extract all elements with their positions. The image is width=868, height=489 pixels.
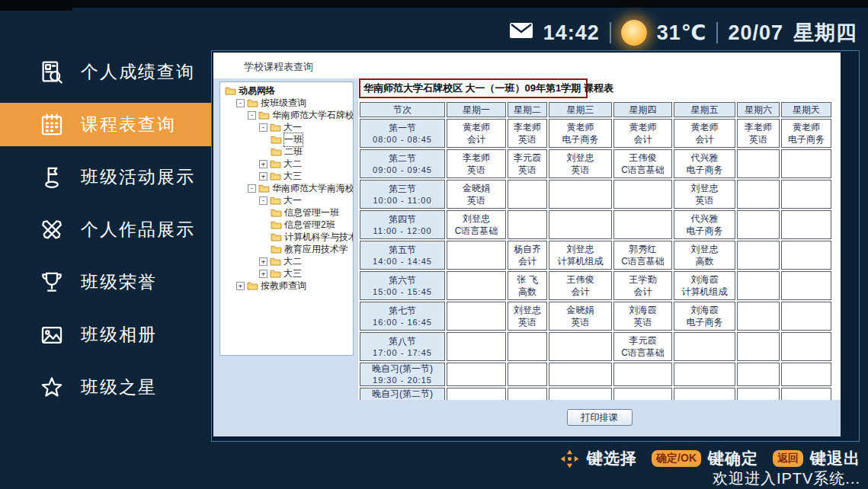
sidebar-item-class-honors[interactable]: 班级荣誉 — [0, 260, 211, 304]
plus-expander-icon[interactable]: + — [236, 282, 245, 290]
tree-node-15[interactable]: +大三 — [222, 267, 353, 280]
tree-node-5[interactable]: 二班 — [222, 145, 353, 158]
tree-node-selected[interactable]: 一班 — [222, 133, 353, 145]
lesson-cell: 李老师英语 — [737, 119, 780, 148]
column-header: 星期五 — [674, 102, 735, 117]
tree-node-label[interactable]: 教育应用技术学 — [284, 243, 348, 256]
tree-node-14[interactable]: +大二 — [222, 255, 353, 267]
tree-node-11[interactable]: 信息管理2班 — [222, 219, 353, 231]
tree-node-label[interactable]: 一班 — [284, 133, 303, 146]
sidebar-item-personal-works[interactable]: 个人作品展示 — [0, 208, 211, 251]
lesson-cell: 黄老师会计 — [674, 119, 735, 148]
lesson-cell — [508, 363, 547, 386]
tree-node-label[interactable]: 大二 — [283, 158, 302, 171]
lesson-cell: 郭秀红C语言基础 — [613, 241, 672, 270]
schedule-row: 第四节11:00 - 12:00刘登忠C语言基础代兴雅电子商务 — [360, 210, 831, 239]
sidebar-item-label: 班级活动展示 — [81, 165, 195, 189]
tree-node-13[interactable]: 教育应用技术学 — [222, 243, 353, 255]
tree-node-label[interactable]: 大一 — [283, 121, 302, 134]
folder-icon — [270, 196, 281, 205]
schedule-row: 晚自习(第一节)19:30 - 20:15 — [360, 363, 831, 386]
lesson-cell — [737, 363, 780, 386]
tree-node-8[interactable]: -华南师范大学南海校区 — [222, 182, 353, 194]
lesson-cell: 刘登忠英语 — [549, 149, 612, 178]
tree-node-label[interactable]: 华南师范大学石牌校区 — [272, 109, 354, 122]
sidebar-item-class-star[interactable]: 班级之星 — [0, 366, 211, 409]
minus-expander-icon[interactable]: - — [248, 111, 256, 120]
status-separator — [610, 22, 611, 43]
tree-node-label[interactable]: 二班 — [284, 145, 303, 158]
folder-icon — [271, 220, 282, 229]
tree-node-3[interactable]: -大一 — [222, 121, 353, 133]
sidebar-item-personal-grades[interactable]: 个人成绩查询 — [0, 50, 211, 94]
tree-node-9[interactable]: -大一 — [222, 194, 353, 206]
tree-node-label[interactable]: 信息管理一班 — [284, 206, 339, 219]
plus-expander-icon[interactable]: + — [259, 270, 267, 278]
lesson-cell — [737, 241, 780, 270]
teacher-name: 代兴雅 — [674, 152, 735, 164]
minus-expander-icon[interactable]: - — [259, 197, 267, 205]
column-header: 星期一 — [447, 102, 506, 117]
lesson-cell: 代兴雅电子商务 — [674, 210, 735, 239]
tree-node-label[interactable]: 按教师查询 — [261, 280, 306, 292]
tree-node-label[interactable]: 大三 — [283, 267, 302, 280]
plus-expander-icon[interactable]: + — [259, 160, 267, 168]
teacher-name: 金晓娟 — [447, 182, 505, 194]
lesson-cell: 王伟俊C语言基础 — [613, 149, 672, 178]
tree-node-16[interactable]: +按教师查询 — [222, 280, 353, 292]
lesson-cell — [447, 302, 506, 331]
sun-weather-icon — [621, 20, 647, 46]
sidebar-item-class-activities[interactable]: 班级活动展示 — [0, 155, 211, 199]
tree-node-1[interactable]: -按班级查询 — [222, 97, 353, 109]
plus-expander-icon[interactable]: + — [259, 257, 267, 266]
period-time: 16:00 - 16:45 — [360, 317, 444, 328]
lesson-cell — [549, 180, 612, 209]
tree-node-12[interactable]: 计算机科学与技术 — [222, 231, 353, 243]
tree-node-label[interactable]: 大二 — [283, 255, 302, 268]
tree-node-label[interactable]: 计算机科学与技术 — [284, 231, 354, 244]
tree-node-label[interactable]: 信息管理2班 — [284, 219, 335, 232]
plus-expander-icon[interactable]: + — [259, 172, 267, 181]
lesson-cell — [674, 363, 735, 386]
tree-node-6[interactable]: +大二 — [222, 158, 353, 170]
tree-node-10[interactable]: 信息管理一班 — [222, 206, 353, 219]
print-schedule-button[interactable]: 打印排课 — [567, 409, 633, 426]
tree-node-2[interactable]: -华南师范大学石牌校区 — [222, 109, 353, 121]
course-name: 电子商务 — [674, 225, 735, 237]
tree-node-label[interactable]: 大三 — [283, 170, 302, 183]
date: 20/07 — [728, 21, 783, 45]
teacher-name: 刘登忠 — [447, 213, 505, 225]
tree-node-label[interactable]: 华南师范大学南海校区 — [272, 182, 354, 195]
course-name: 计算机组成 — [674, 286, 735, 298]
lesson-cell: 刘登忠英语 — [508, 302, 547, 331]
lesson-cell — [781, 210, 831, 239]
sidebar-item-course-schedule[interactable]: 课程表查询 — [0, 103, 211, 146]
status-bar: 14:42 31℃ 20/07 星期四 — [509, 17, 857, 49]
lesson-cell: 黄老师电子商务 — [549, 119, 612, 148]
tree-node-label[interactable]: 大一 — [283, 194, 302, 207]
period-cell: 第一节08:00 - 08:45 — [360, 119, 445, 148]
tree-node-7[interactable]: +大三 — [222, 170, 353, 182]
teacher-name: 黄老师 — [782, 121, 831, 133]
minus-expander-icon[interactable]: - — [248, 184, 256, 193]
course-name: 英语 — [738, 133, 779, 145]
lesson-cell: 代兴雅电子商务 — [674, 149, 735, 178]
teacher-name: 张 飞 — [508, 273, 546, 286]
course-name: 会计 — [614, 286, 671, 298]
tree-node-label[interactable]: 按班级查询 — [261, 97, 306, 110]
course-name: 英语 — [674, 194, 735, 206]
temperature: 31℃ — [657, 21, 707, 45]
minus-expander-icon[interactable]: - — [259, 123, 267, 132]
tree-node-0[interactable]: 动易网络 — [222, 85, 353, 97]
tab-school-schedule[interactable]: 学校课程表查询 — [244, 60, 313, 74]
lesson-cell — [781, 241, 831, 270]
minus-expander-icon[interactable]: - — [236, 99, 245, 107]
schedule-row: 第五节14:00 - 14:45杨自齐会计刘登忠计算机组成郭秀红C语言基础刘登忠… — [360, 241, 831, 270]
tree-node-label[interactable]: 动易网络 — [239, 85, 275, 97]
course-name: 电子商务 — [674, 164, 735, 176]
period-name: 第四节 — [360, 214, 444, 225]
lesson-cell: 刘登忠英语 — [674, 180, 735, 209]
schedule-footer-strip: 打印排课 — [358, 400, 841, 436]
course-name: 英语 — [508, 164, 546, 176]
sidebar-item-class-album[interactable]: 班级相册 — [0, 313, 211, 356]
